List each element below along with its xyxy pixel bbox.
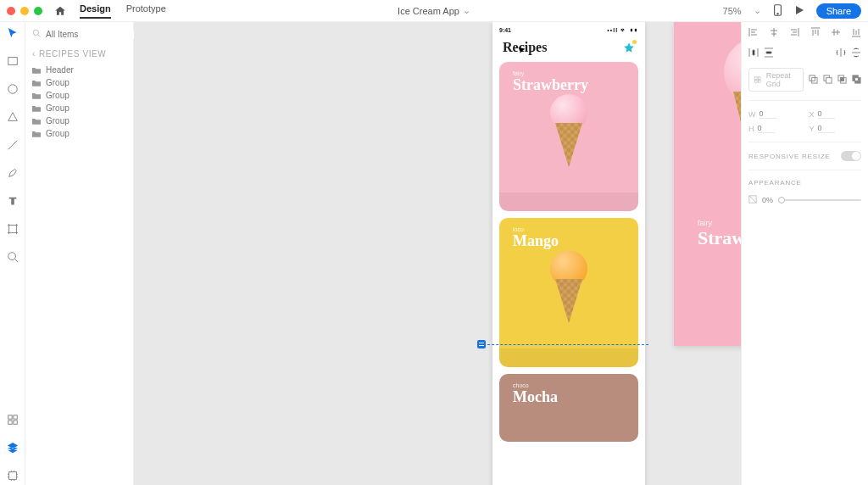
artboard-recipes[interactable]: 9:41 ••ll ᯤ ▮▮ ➤ Recipes fairy Strawberr… (492, 22, 645, 485)
card-name: Mango (513, 232, 559, 250)
canvas[interactable]: 9:41 ••ll ᯤ ▮▮ ➤ Recipes fairy Strawberr… (134, 22, 741, 485)
distribute-h-icon[interactable] (748, 47, 759, 59)
recipe-card[interactable]: choco Mocha (499, 374, 638, 442)
ice-cream-cone-icon (551, 254, 587, 323)
status-time: 9:41 (499, 27, 511, 33)
opacity-value[interactable]: 0% (762, 196, 773, 204)
svg-rect-13 (758, 77, 760, 80)
w-label: W (748, 110, 756, 119)
home-icon[interactable] (54, 5, 66, 17)
layer-row[interactable]: Group (32, 127, 126, 140)
artboard-detail[interactable]: fairy Strawberry (674, 22, 741, 346)
tab-prototype[interactable]: Prototype (126, 3, 166, 19)
svg-rect-22 (841, 77, 844, 81)
line-tool-icon[interactable] (7, 139, 19, 154)
opacity-slider[interactable] (778, 199, 861, 201)
chevron-down-icon: ⌄ (463, 5, 470, 16)
responsive-resize-toggle[interactable] (841, 151, 861, 161)
svg-point-11 (33, 30, 38, 35)
text-tool-icon[interactable] (7, 195, 19, 210)
traffic-close[interactable] (7, 7, 15, 15)
card-tag: fairy (513, 70, 524, 76)
y-field[interactable]: Y0 (810, 124, 862, 133)
align-vcenter-icon[interactable] (831, 27, 841, 39)
status-indicators: ••ll ᯤ ▮▮ (607, 27, 638, 33)
assets-icon[interactable] (7, 414, 19, 429)
play-icon[interactable] (794, 5, 804, 17)
repeat-grid-label: Repeat Grid (766, 71, 798, 88)
bool-subtract-icon[interactable] (823, 75, 832, 86)
layers-section-head[interactable]: ‹ RECIPES VIEW (32, 49, 126, 59)
card-tag: choco (513, 382, 529, 388)
ellipse-tool-icon[interactable] (7, 83, 19, 98)
doc-title-text: Ice Cream App (398, 6, 459, 16)
svg-point-5 (8, 253, 15, 260)
y-value: 0 (818, 124, 835, 133)
h-label: H (748, 125, 754, 133)
layer-label: Group (46, 78, 70, 87)
share-button[interactable]: Share (816, 3, 861, 19)
svg-rect-19 (826, 77, 832, 82)
traffic-min[interactable] (20, 7, 29, 15)
align-bottom-icon[interactable] (851, 27, 861, 39)
star-icon[interactable] (623, 42, 635, 53)
layer-row[interactable]: Header (32, 64, 126, 76)
zoom-tool-icon[interactable] (7, 251, 19, 266)
bool-intersect-icon[interactable] (837, 75, 847, 86)
svg-rect-25 (855, 77, 859, 81)
plugins-icon[interactable] (7, 470, 19, 485)
w-value: 0 (760, 109, 776, 119)
artboard-tool-icon[interactable] (7, 223, 19, 238)
zoom-level[interactable]: 75% (723, 6, 742, 16)
drag-handle-icon[interactable] (477, 340, 486, 348)
layers-icon[interactable] (7, 442, 19, 457)
zoom-chevron-icon[interactable]: ⌄ (754, 5, 761, 16)
bool-add-icon[interactable] (809, 75, 818, 86)
traffic-zoom[interactable] (34, 7, 42, 15)
align-right-icon[interactable] (789, 27, 799, 39)
align-top-icon[interactable] (810, 27, 821, 39)
document-title[interactable]: Ice Cream App ⌄ (398, 5, 470, 16)
repeat-grid-button[interactable]: Repeat Grid (748, 68, 804, 92)
distribute-v-icon[interactable] (764, 47, 774, 59)
x-field[interactable]: X0 (810, 109, 862, 119)
card-name: Strawberry (513, 76, 588, 94)
section-label: RECIPES VIEW (39, 49, 106, 59)
layer-row[interactable]: Group (32, 89, 126, 102)
h-value: 0 (758, 124, 775, 133)
ice-cream-cone-icon (551, 98, 587, 167)
svg-rect-4 (8, 226, 16, 233)
tab-design[interactable]: Design (80, 3, 111, 19)
svg-rect-10 (8, 472, 16, 480)
layer-row[interactable]: Group (32, 102, 126, 114)
layer-row[interactable]: Group (32, 114, 126, 127)
smart-guide (479, 344, 648, 345)
appearance-label: APPEARANCE (748, 179, 861, 187)
height-field[interactable]: H0 (748, 124, 801, 133)
svg-rect-7 (13, 415, 16, 419)
x-label: X (810, 110, 815, 119)
detail-tag: fairy (698, 219, 712, 227)
svg-rect-12 (755, 77, 758, 80)
flip-h-icon[interactable] (836, 47, 846, 59)
svg-point-1 (777, 13, 778, 14)
recipe-card[interactable]: fairy Strawberry (499, 62, 638, 211)
ice-cream-cone-icon (728, 44, 741, 197)
svg-rect-2 (8, 58, 17, 65)
select-tool-icon[interactable] (7, 27, 19, 42)
rectangle-tool-icon[interactable] (7, 55, 19, 70)
align-left-icon[interactable] (748, 27, 759, 39)
chevron-left-icon: ‹ (32, 49, 36, 59)
bool-exclude-icon[interactable] (852, 75, 861, 86)
width-field[interactable]: W0 (748, 109, 801, 119)
layer-row[interactable]: Group (32, 76, 126, 89)
x-value: 0 (818, 109, 835, 119)
device-preview-icon[interactable] (773, 4, 782, 18)
card-name: Mocha (513, 388, 558, 406)
align-hcenter-icon[interactable] (769, 27, 779, 39)
polygon-tool-icon[interactable] (7, 111, 19, 126)
y-label: Y (810, 125, 815, 133)
card-tag: loco (513, 226, 524, 232)
flip-v-icon[interactable] (851, 47, 861, 59)
pen-tool-icon[interactable] (7, 167, 19, 182)
